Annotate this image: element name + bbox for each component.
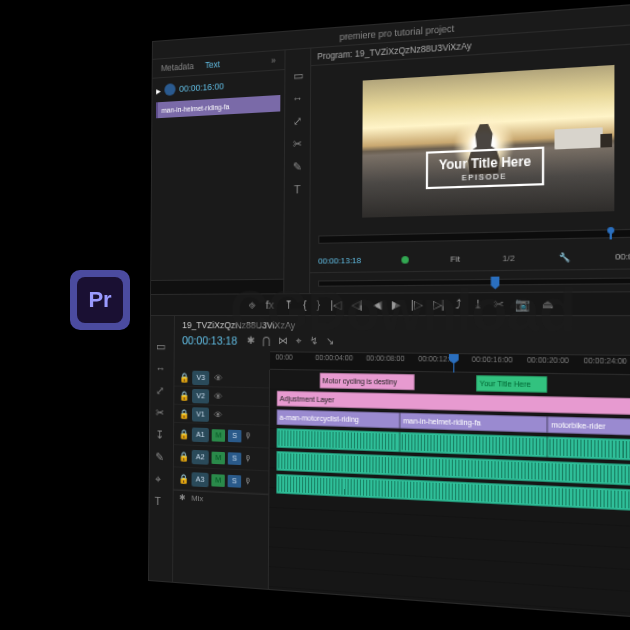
mic-icon[interactable]: 🎙	[244, 431, 252, 441]
track-lanes[interactable]: Motor cycling is destiny Your Title Here…	[269, 370, 630, 618]
timeline-sequence-name[interactable]: 19_TVZiXzQzNz88U3ViXzAy	[182, 320, 295, 331]
timeline-ruler-mark: 00:00:24:00	[584, 357, 627, 365]
timeline-current-timecode[interactable]: 00:00:13:18	[182, 334, 237, 347]
program-navigator-bar[interactable]	[318, 277, 630, 287]
resolution-dropdown[interactable]: 1/2	[503, 253, 515, 263]
insert-icon[interactable]: ⎆	[249, 299, 256, 311]
solo-button[interactable]: S	[228, 452, 242, 465]
tab-overflow-icon[interactable]: »	[266, 53, 280, 68]
go-out-icon[interactable]: }	[317, 298, 321, 311]
overflow-plus-icon[interactable]: ⏏	[541, 297, 552, 311]
play-icon[interactable]: ▶	[392, 297, 400, 311]
solo-button[interactable]: S	[228, 429, 242, 442]
snap-icon[interactable]: ✱	[247, 335, 255, 347]
track-label-v2[interactable]: V2	[192, 388, 209, 403]
razor-clip-icon[interactable]: ✂	[493, 297, 503, 311]
tl-track-select-icon[interactable]: ↔	[155, 362, 168, 376]
timeline-settings-icon[interactable]: ↘	[326, 335, 334, 348]
track-label-v1[interactable]: V1	[192, 407, 209, 422]
tl-ripple-icon[interactable]: ⤢	[155, 384, 168, 398]
tl-selection-tool-icon[interactable]: ▭	[156, 340, 169, 354]
lock-icon[interactable]: 🔒	[177, 472, 188, 485]
step-back-many-icon[interactable]: |◁	[330, 298, 341, 312]
title-lower-third: Your Title Here EPISODE	[426, 147, 545, 190]
truck-graphic	[554, 127, 602, 149]
timeline-ruler-mark: 00:00:16:00	[472, 355, 513, 363]
lift-icon[interactable]: ⤴	[455, 298, 462, 311]
timeline-ruler-mark: 00:00:08:00	[366, 354, 405, 362]
program-playhead-dot-icon	[607, 227, 614, 234]
lock-icon[interactable]: 🔒	[178, 428, 189, 441]
lock-icon[interactable]: 🔒	[178, 450, 189, 463]
clip-v1-seg2[interactable]: man-in-helmet-riding-fa	[400, 413, 548, 434]
wrench-settings-icon[interactable]: ↯	[310, 335, 318, 348]
step-back-icon[interactable]: ◁|	[352, 298, 363, 312]
type-tool-icon[interactable]: T	[290, 182, 304, 197]
source-time-ruler[interactable]	[151, 279, 283, 294]
linked-selection-icon[interactable]: ⋂	[262, 335, 270, 347]
ripple-tool-icon[interactable]: ⤢	[291, 113, 305, 128]
program-current-timecode[interactable]: 00:00:13:18	[318, 255, 361, 265]
track-select-tool-icon[interactable]: ↔	[291, 90, 305, 105]
record-toggle-icon[interactable]: ▸	[156, 85, 161, 96]
mic-icon[interactable]: 🎙	[244, 454, 252, 464]
tl-type-icon[interactable]: T	[155, 495, 168, 510]
clip-v1-seg3[interactable]: motorbike-rider	[548, 416, 630, 435]
step-fwd-many-icon[interactable]: ▷|	[433, 297, 445, 311]
selection-tool-icon[interactable]: ▭	[291, 68, 305, 83]
extract-icon[interactable]: ⤓	[473, 297, 483, 311]
track-label-v3[interactable]: V3	[192, 370, 209, 385]
razor-tool-icon[interactable]: ✂	[290, 136, 304, 151]
go-in-icon[interactable]: {	[303, 298, 307, 311]
fx-icon[interactable]: fx	[266, 298, 274, 310]
marker-icon[interactable]: ⋈	[278, 335, 288, 348]
mute-button[interactable]: M	[212, 451, 225, 464]
track-label-a1[interactable]: A1	[192, 427, 209, 442]
track-label-a2[interactable]: A2	[192, 449, 209, 464]
zoom-fit-dropdown[interactable]: Fit	[450, 254, 460, 264]
clip-title1[interactable]: Motor cycling is destiny	[319, 373, 415, 391]
tools-palette: ▭ ↔ ⤢ ✂ ✎ T	[284, 49, 311, 294]
mute-button[interactable]: M	[212, 429, 225, 442]
pen-tool-icon[interactable]: ✎	[290, 159, 304, 174]
solo-button[interactable]: S	[228, 474, 242, 487]
step-fwd-icon[interactable]: |▷	[411, 297, 423, 311]
source-timecode: 00:00:16:00	[179, 81, 224, 94]
track-headers: 🔒 V3 👁 🔒 V2 👁 🔒 V1 👁	[173, 368, 270, 589]
lock-icon[interactable]: 🔒	[178, 371, 189, 383]
eye-icon[interactable]: 👁	[212, 372, 224, 384]
timeline-tools-palette: ▭ ↔ ⤢ ✂ ↧ ✎ ⌖ T	[149, 316, 175, 582]
settings-wrench-icon[interactable]: 🔧	[559, 252, 570, 262]
clip-title2[interactable]: Your Title Here	[476, 375, 547, 393]
clip-a1-seg2[interactable]	[400, 432, 548, 458]
mute-button[interactable]: M	[211, 474, 224, 487]
timeline-ruler-mark: 00:00:04:00	[315, 354, 353, 362]
transport-bar: ⎆ fx ⤒ { } |◁ ◁| ◀ ▶ |▷ ▷| ⤴ ⤓ ✂ 📷 ⏏	[151, 291, 630, 316]
tl-razor-icon[interactable]: ✂	[155, 406, 168, 420]
insert-overwrite-icon[interactable]: ⌖	[296, 335, 302, 348]
tab-metadata[interactable]: Metadata	[156, 59, 198, 76]
export-frame-icon[interactable]: 📷	[514, 297, 530, 311]
play-back-icon[interactable]: ◀	[373, 297, 381, 311]
mark-in-icon[interactable]: ⤒	[284, 298, 293, 312]
clip-v1-seg1[interactable]: a-man-motorcyclist-riding	[277, 409, 400, 428]
mix-toggle-icon[interactable]: ✱	[179, 493, 186, 502]
program-scrub-bar[interactable]	[318, 228, 630, 244]
clip-a1-seg3[interactable]	[548, 436, 630, 460]
tl-pen-icon[interactable]: ✎	[155, 450, 168, 465]
tl-slip-icon[interactable]: ↧	[155, 428, 168, 443]
lock-icon[interactable]: 🔒	[178, 389, 189, 401]
program-panel: Program: 19_TVZiXzQzNz88U3ViXzAy Your Ti…	[310, 22, 630, 293]
clip-a1-seg1[interactable]	[277, 428, 400, 452]
tl-hand-icon[interactable]: ⌖	[155, 473, 168, 488]
program-tab-prefix: Program:	[317, 49, 352, 62]
eye-icon[interactable]: 👁	[212, 390, 224, 403]
source-clip-bar[interactable]: man-in-helmet-riding-fa	[156, 95, 280, 118]
lock-icon[interactable]: 🔒	[178, 407, 189, 419]
track-label-a3[interactable]: A3	[192, 472, 209, 487]
mix-label: Mix	[191, 494, 203, 504]
tab-text[interactable]: Text	[200, 57, 224, 73]
mic-icon[interactable]: 🎙	[244, 477, 252, 487]
program-viewer[interactable]: Your Title Here EPISODE	[310, 42, 630, 231]
eye-icon[interactable]: 👁	[212, 408, 224, 421]
